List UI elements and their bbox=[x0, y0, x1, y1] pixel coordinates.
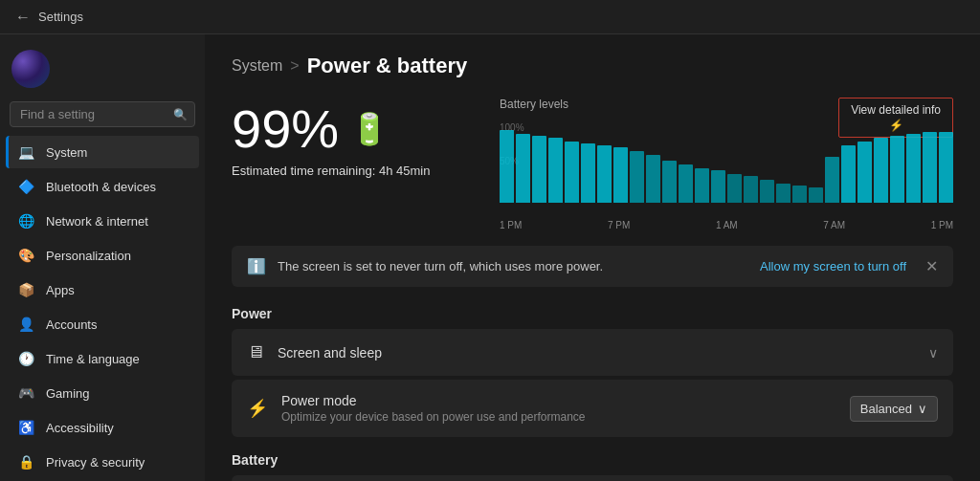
estimated-time-label: Estimated time remaining: bbox=[232, 164, 375, 178]
sidebar-label-time: Time & language bbox=[46, 352, 140, 366]
sidebar-item-network[interactable]: 🌐 Network & internet bbox=[6, 205, 199, 237]
notification-banner: ℹ️ The screen is set to never turn off, … bbox=[232, 246, 953, 287]
chart-bar bbox=[792, 186, 807, 203]
power-mode-dropdown[interactable]: Balanced ∨ bbox=[850, 396, 938, 422]
battery-time-display: Estimated time remaining: 4h 45min bbox=[232, 164, 480, 178]
chart-label-7am: 7 AM bbox=[823, 220, 845, 230]
chart-bar bbox=[858, 142, 872, 203]
chart-bar bbox=[516, 134, 530, 203]
sidebar-label-system: System bbox=[46, 145, 87, 160]
notification-icon: ℹ️ bbox=[247, 257, 266, 275]
battery-section: Battery 🔋 Battery saver Extend battery l… bbox=[232, 452, 953, 481]
chart-label-7pm: 7 PM bbox=[608, 220, 630, 230]
chart-bar bbox=[711, 170, 725, 203]
sidebar-label-gaming: Gaming bbox=[46, 386, 90, 401]
chart-bar bbox=[825, 157, 839, 203]
sidebar-label-bluetooth: Bluetooth & devices bbox=[46, 180, 156, 194]
network-icon: 🌐 bbox=[17, 212, 34, 230]
view-detail-label: View detailed info bbox=[851, 103, 941, 117]
sidebar-label-network: Network & internet bbox=[46, 214, 148, 229]
chart-bar bbox=[841, 145, 856, 203]
battery-percent-value: 99% bbox=[232, 98, 339, 160]
bluetooth-icon: 🔷 bbox=[17, 178, 34, 195]
sidebar-label-apps: Apps bbox=[46, 283, 75, 297]
search-icon: 🔍 bbox=[173, 108, 188, 121]
dropdown-chevron-icon: ∨ bbox=[918, 402, 927, 416]
sidebar-item-time[interactable]: 🕐 Time & language bbox=[6, 342, 199, 375]
chart-bar bbox=[809, 187, 823, 203]
notification-text: The screen is set to never turn off, whi… bbox=[278, 259, 748, 273]
chart-bar bbox=[500, 130, 514, 203]
accounts-icon: 👤 bbox=[17, 316, 34, 333]
chart-label-1am: 1 AM bbox=[716, 220, 738, 230]
battery-left-panel: 99% 🔋 Estimated time remaining: 4h 45min bbox=[232, 98, 480, 230]
chart-bar bbox=[548, 138, 563, 203]
chart-bar bbox=[695, 168, 709, 203]
chart-bar bbox=[581, 143, 595, 203]
estimated-time-value: 4h 45min bbox=[379, 164, 430, 178]
sidebar-item-accessibility[interactable]: ♿ Accessibility bbox=[6, 411, 199, 444]
sidebar-item-apps[interactable]: 📦 Apps bbox=[6, 273, 199, 306]
screen-sleep-chevron: ∨ bbox=[928, 345, 938, 361]
sidebar-item-gaming[interactable]: 🎮 Gaming bbox=[6, 377, 199, 409]
notification-close[interactable]: ✕ bbox=[925, 257, 938, 275]
main-layout: 🔍 💻 System 🔷 Bluetooth & devices 🌐 Netwo… bbox=[0, 34, 980, 481]
chart-bar bbox=[679, 164, 693, 203]
battery-section-title: Battery bbox=[232, 452, 953, 468]
power-mode-title: Power mode bbox=[281, 393, 836, 408]
breadcrumb: System > Power & battery bbox=[232, 54, 953, 78]
screen-sleep-icon: 🖥 bbox=[247, 342, 264, 362]
chart-bar bbox=[597, 145, 612, 203]
sidebar-label-privacy: Privacy & security bbox=[46, 455, 145, 470]
sidebar-item-system[interactable]: 💻 System bbox=[6, 136, 199, 168]
chart-bar bbox=[565, 142, 579, 203]
sidebar-item-bluetooth[interactable]: 🔷 Bluetooth & devices bbox=[6, 170, 199, 203]
sidebar-label-accounts: Accounts bbox=[46, 317, 97, 332]
chart-x-labels: 1 PM 7 PM 1 AM 7 AM 1 PM bbox=[500, 220, 953, 230]
sidebar-item-privacy[interactable]: 🔒 Privacy & security bbox=[6, 446, 199, 478]
breadcrumb-parent[interactable]: System bbox=[232, 57, 282, 75]
chart-bar bbox=[630, 151, 644, 203]
chart-bar bbox=[646, 155, 660, 203]
breadcrumb-separator: > bbox=[290, 57, 299, 75]
gaming-icon: 🎮 bbox=[17, 384, 34, 402]
sidebar-label-personalization: Personalization bbox=[46, 249, 131, 263]
chart-bar bbox=[923, 132, 937, 203]
chart-bar bbox=[613, 147, 628, 203]
chart-bar bbox=[727, 174, 742, 203]
battery-percent-display: 99% 🔋 bbox=[232, 98, 480, 160]
chart-title: Battery levels bbox=[500, 98, 568, 111]
chart-bar bbox=[890, 136, 904, 203]
chart-bar bbox=[662, 161, 677, 203]
power-mode-row[interactable]: ⚡ Power mode Optimize your device based … bbox=[232, 380, 953, 437]
sidebar-item-accounts[interactable]: 👤 Accounts bbox=[6, 308, 199, 340]
screen-sleep-row[interactable]: 🖥 Screen and sleep ∨ bbox=[232, 329, 953, 376]
time-icon: 🕐 bbox=[17, 350, 34, 367]
chart-bar bbox=[906, 134, 921, 203]
power-mode-desc: Optimize your device based on power use … bbox=[281, 410, 836, 424]
back-button[interactable]: ← bbox=[15, 9, 31, 26]
sidebar-item-personalization[interactable]: 🎨 Personalization bbox=[6, 239, 199, 272]
personalization-icon: 🎨 bbox=[17, 247, 34, 264]
search-input[interactable] bbox=[10, 101, 195, 127]
system-icon: 💻 bbox=[17, 143, 34, 161]
privacy-icon: 🔒 bbox=[17, 453, 34, 470]
accessibility-icon: ♿ bbox=[17, 419, 34, 436]
chart-bar bbox=[776, 184, 791, 203]
battery-info-row: 99% 🔋 Estimated time remaining: 4h 45min… bbox=[232, 98, 953, 230]
screen-sleep-title: Screen and sleep bbox=[278, 345, 915, 361]
chart-bar bbox=[744, 176, 758, 203]
chart-label-1pm-start: 1 PM bbox=[500, 220, 522, 230]
avatar bbox=[11, 50, 50, 88]
notification-action[interactable]: Allow my screen to turn off bbox=[760, 259, 906, 273]
content-area: System > Power & battery 99% 🔋 Estimated… bbox=[205, 34, 980, 481]
search-container: 🔍 bbox=[10, 101, 195, 127]
chart-bar bbox=[874, 138, 888, 203]
battery-icon: 🔋 bbox=[350, 111, 389, 147]
chart-label-1pm-end: 1 PM bbox=[931, 220, 953, 230]
power-mode-value: Balanced bbox=[860, 402, 912, 416]
breadcrumb-current: Power & battery bbox=[307, 54, 468, 78]
power-mode-icon: ⚡ bbox=[247, 398, 268, 419]
titlebar-title: Settings bbox=[38, 10, 83, 24]
battery-saver-row[interactable]: 🔋 Battery saver Extend battery life by l… bbox=[232, 475, 953, 481]
